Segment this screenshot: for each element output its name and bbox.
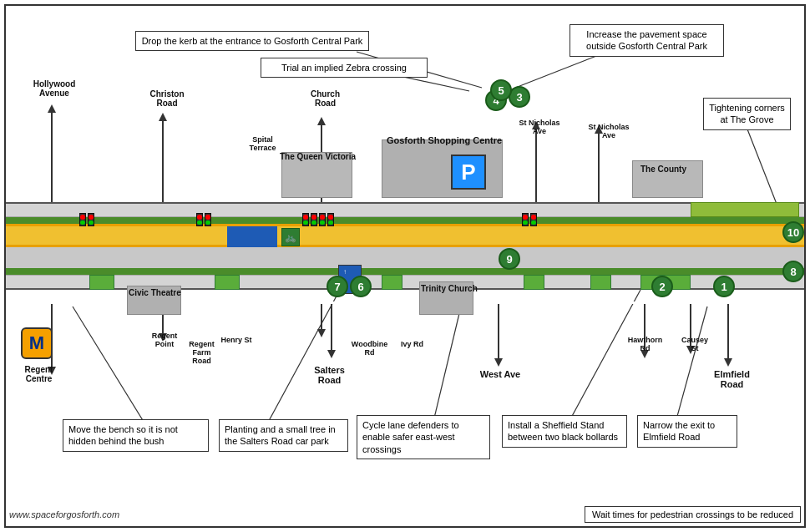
label-henry-st: Henry St	[220, 336, 253, 344]
label-hawthorn-rd: Hawthorn Rd	[626, 336, 664, 352]
label-trinity-church: Trinity Church	[421, 284, 478, 293]
svg-line-34	[674, 307, 707, 428]
green-patch-1	[89, 275, 114, 290]
label-queen-victoria: The Queen Victoria	[278, 152, 357, 161]
label-causey-st: Causey St	[678, 336, 711, 352]
traffic-light-1	[79, 213, 94, 226]
traffic-light-2	[196, 213, 211, 226]
label-spital-terrace: Spital Terrace	[240, 135, 286, 152]
label-shopping-centre: Gosforth Shopping Centre	[386, 135, 503, 145]
green-strip-top	[6, 217, 804, 224]
traffic-light-4	[319, 213, 334, 226]
svg-marker-21	[724, 358, 732, 367]
website-url: www.spaceforgosforth.com	[9, 509, 119, 519]
svg-line-30	[73, 307, 148, 428]
traffic-light-5	[522, 213, 537, 226]
label-christon-road: Christon Road	[142, 89, 192, 108]
green-patch-4	[524, 275, 544, 290]
svg-line-32	[432, 307, 461, 428]
circle-5: 5	[490, 79, 512, 101]
label-hollywood-avenue: Hollywood Avenue	[29, 79, 79, 98]
pavement-top	[6, 202, 804, 217]
svg-marker-9	[159, 113, 167, 121]
label-regent-farm: Regent Farm Road	[183, 340, 220, 365]
annotation-sheffield: Install a Sheffield Stand between two bl…	[502, 415, 627, 448]
circle-6: 6	[350, 276, 372, 297]
green-patch-3	[382, 275, 402, 290]
label-ivy-rd: Ivy Rd	[397, 340, 427, 348]
annotation-cycle-defenders: Cycle lane defenders to enable safer eas…	[357, 415, 490, 459]
label-woodbine-rd: Woodbine Rd	[351, 340, 388, 357]
yellow-strip: 🚲	[6, 224, 804, 247]
traffic-light-3	[302, 213, 317, 226]
circle-9: 9	[499, 248, 520, 270]
svg-line-31	[265, 290, 340, 428]
label-st-nicholas-1: St Nicholas Ave	[515, 119, 564, 135]
svg-marker-5	[48, 104, 56, 113]
svg-line-33	[565, 290, 640, 428]
svg-marker-15	[317, 329, 326, 337]
annotation-zebra: Trial an implied Zebra crossing	[261, 58, 428, 78]
label-elmfield-road: Elmfield Road	[709, 369, 755, 389]
circle-10: 10	[782, 221, 804, 243]
annotation-bench: Move the bench so it is not hidden behin…	[63, 419, 209, 452]
map-container: 🚲	[4, 4, 806, 528]
circle-8: 8	[782, 261, 804, 282]
green-patch-5	[590, 275, 611, 290]
label-regent-point: Regent Point	[144, 332, 185, 348]
cycle-icon: 🚲	[281, 228, 300, 246]
annotation-narrow-exit: Narrow the exit to Elmfield Road	[637, 415, 737, 448]
metro-icon: M	[21, 327, 53, 359]
bottom-bar: www.spaceforgosforth.com Wait times for …	[9, 506, 801, 523]
label-west-ave: West Ave	[479, 369, 521, 379]
svg-marker-17	[327, 350, 336, 358]
label-county: The County	[640, 165, 686, 174]
annotation-increase-pavement: Increase the pavement space outside Gosf…	[570, 24, 724, 57]
road-structure: 🚲	[6, 202, 804, 294]
label-church-road: Church Road	[302, 89, 348, 108]
circle-7: 7	[327, 276, 348, 297]
label-st-nicholas-2: St Nicholas Ave	[585, 123, 633, 139]
green-strip-bottom	[6, 268, 804, 275]
circle-1: 1	[713, 276, 735, 297]
wait-times-box: Wait times for pedestrian crossings to b…	[585, 506, 801, 523]
label-civic-theatre: Civic Theatre	[129, 288, 181, 297]
green-long-top	[691, 202, 799, 217]
parking-sign: P	[451, 155, 486, 190]
label-regent-centre: Regent Centre	[16, 365, 62, 383]
green-patch-2	[215, 275, 240, 290]
road-main	[6, 247, 804, 268]
svg-marker-13	[317, 117, 326, 125]
blue-patch	[227, 226, 277, 250]
annotation-planting: Planting and a small tree in the Salters…	[219, 419, 348, 452]
circle-2: 2	[651, 276, 673, 297]
svg-line-2	[507, 52, 607, 91]
annotation-tightening: Tightening corners at The Grove	[703, 98, 791, 130]
svg-marker-19	[494, 358, 503, 367]
dashed-center-line	[6, 301, 804, 304]
label-salters-road: Salters Road	[306, 365, 352, 385]
annotation-drop-kerb: Drop the kerb at the entrance to Gosfort…	[135, 31, 369, 51]
